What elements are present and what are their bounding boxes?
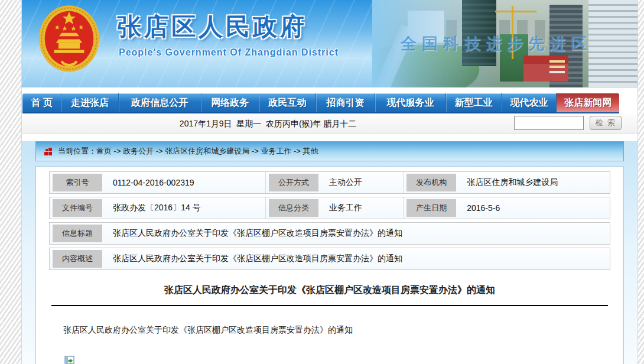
date-toolbar: 2017年1月9日 星期一 农历丙申(猴)年 腊月十二 检 索: [21, 113, 638, 134]
nav-item-citizen-interaction[interactable]: 政民互动: [259, 93, 316, 112]
location-grid-icon: [44, 148, 52, 155]
site-subtitle: People's Government Of Zhangdian Distric…: [119, 47, 339, 58]
nav-item-about-zhangdian[interactable]: 走进张店: [61, 93, 118, 112]
article-panel: 索引号 0112-04-2016-002319 公开方式 主动公开 发布机构 张…: [35, 166, 624, 364]
field-value-info-title: 张店区人民政府办公室关于印发《张店区棚户区改造项目房票安置办法》的通知: [113, 228, 402, 239]
article-body: 张店区人民政府办公室关于印发《张店区棚户区改造项目房票安置办法》的通知: [63, 325, 610, 336]
field-label-create-date: 产生日期: [406, 199, 456, 217]
photo-watermark-text: 全国科技进步先进区: [401, 33, 592, 54]
main-nav: 首 页 走进张店 政府信息公开 网络政务 政民互动 招商引资 现代服务业 新型工…: [22, 93, 619, 113]
content-area: 当前位置： 首页 -> 政务公开 -> 张店区住房和城乡建设局 -> 业务工作 …: [21, 141, 638, 364]
field-label-index-no: 索引号: [53, 174, 102, 191]
nav-item-investment[interactable]: 招商引资: [316, 93, 375, 112]
field-value-disclosure-method: 主动公开: [329, 177, 362, 188]
field-label-issuing-agency: 发布机构: [406, 174, 456, 191]
site-title: 张店区人民政府: [117, 11, 307, 43]
breadcrumb-label: 当前位置：: [58, 146, 96, 157]
nav-item-news-site[interactable]: 张店新闻网: [557, 93, 619, 112]
field-value-issuing-agency: 张店区住房和城乡建设局: [467, 177, 558, 188]
field-value-info-category: 业务工作: [329, 203, 362, 213]
site-banner: 张店区人民政府 People's Government Of Zhangdian…: [21, 0, 638, 87]
right-stripe-margin: [638, 0, 644, 364]
date-text: 2017年1月9日 星期一 农历丙申(猴)年 腊月十二: [180, 119, 357, 129]
nav-item-gov-info-disclosure[interactable]: 政府信息公开: [119, 93, 201, 112]
table-row: 索引号 0112-04-2016-002319 公开方式 主动公开 发布机构 张…: [49, 171, 610, 194]
field-label-info-category: 信息分类: [269, 199, 318, 217]
search-button[interactable]: 检 索: [590, 116, 622, 130]
field-value-index-no: 0112-04-2016-002319: [113, 178, 194, 187]
nav-item-home[interactable]: 首 页: [22, 93, 61, 112]
nav-item-online-gov[interactable]: 网络政务: [201, 93, 259, 112]
article-title: 张店区人民政府办公室关于印发《张店区棚户区改造项目房票安置办法》的通知: [49, 284, 610, 297]
national-emblem-logo: [38, 4, 100, 76]
banner-gap: [21, 87, 638, 93]
nav-item-new-industry[interactable]: 新型工业: [446, 93, 502, 112]
field-label-disclosure-method: 公开方式: [269, 174, 318, 191]
city-photo: 全国科技进步先进区: [372, 0, 638, 87]
photo-crane: [495, 11, 536, 12]
field-value-create-date: 2016-5-6: [467, 203, 500, 213]
photo-billboard: [523, 56, 568, 82]
field-label-content-summary: 内容概述: [53, 250, 102, 268]
breadcrumb: 当前位置： 首页 -> 政务公开 -> 张店区住房和城乡建设局 -> 业务工作 …: [35, 141, 624, 161]
nav-item-modern-agriculture[interactable]: 现代农业: [502, 93, 557, 112]
photo-building: [588, 0, 638, 87]
breadcrumb-path[interactable]: 首页 -> 政务公开 -> 张店区住房和城乡建设局 -> 业务工作 -> 其他: [96, 146, 318, 157]
search-input[interactable]: [514, 116, 584, 130]
title-divider: [51, 305, 608, 306]
nav-item-modern-services[interactable]: 现代服务业: [375, 93, 446, 112]
search-area: 检 索: [514, 116, 622, 130]
field-value-document-no: 张政办发〔2016〕14 号: [113, 203, 201, 213]
attachment-file-icon[interactable]: [64, 356, 75, 364]
table-row: 内容概述 张店区人民政府办公室关于印发《张店区棚户区改造项目房票安置办法》的通知: [49, 248, 610, 270]
info-table: 索引号 0112-04-2016-002319 公开方式 主动公开 发布机构 张…: [49, 171, 610, 270]
page-container: 张店区人民政府 People's Government Of Zhangdian…: [21, 0, 638, 364]
field-label-document-no: 文件编号: [53, 199, 102, 217]
field-value-content-summary: 张店区人民政府办公室关于印发《张店区棚户区改造项目房票安置办法》的通知: [113, 254, 402, 264]
left-stripe-margin: [0, 0, 22, 364]
table-row: 文件编号 张政办发〔2016〕14 号 信息分类 业务工作 产生日期 2016-…: [49, 197, 610, 219]
field-label-info-title: 信息标题: [53, 225, 102, 242]
attachment-link[interactable]: 2016张政办发14号（房票安置办法）.pdf: [53, 356, 610, 364]
table-row: 信息标题 张店区人民政府办公室关于印发《张店区棚户区改造项目房票安置办法》的通知: [49, 222, 610, 245]
